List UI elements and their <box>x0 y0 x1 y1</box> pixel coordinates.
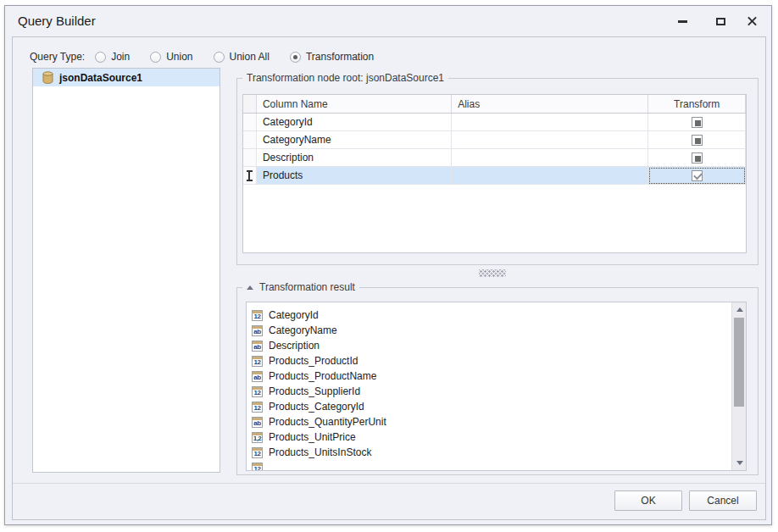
table-row[interactable]: Description <box>243 149 746 167</box>
radio-join[interactable]: Join <box>95 51 130 63</box>
grid-header-indicator <box>243 95 257 113</box>
list-item[interactable]: 12 CategoryId <box>247 308 731 323</box>
footer-separator <box>13 483 765 484</box>
datasource-tree[interactable]: jsonDataSource1 <box>32 68 220 473</box>
column-name-cell[interactable]: CategoryId <box>257 114 452 131</box>
list-item[interactable]: ab Products_QuantityPerUnit <box>247 414 731 429</box>
radio-union-all-label: Union All <box>230 51 270 63</box>
transform-checkbox-checked[interactable] <box>692 170 703 181</box>
integer-field-icon: 12 <box>252 402 263 413</box>
list-item[interactable]: 12 Products_SupplierId <box>247 384 731 399</box>
string-field-icon: ab <box>252 341 263 352</box>
transform-grid[interactable]: Column Name Alias Transform CategoryId C… <box>242 94 747 253</box>
query-type-label: Query Type: <box>30 51 85 63</box>
minimize-button[interactable] <box>670 12 695 30</box>
query-builder-dialog: Query Builder Query Type: Join Union Uni… <box>4 5 772 525</box>
radio-icon[interactable] <box>95 52 106 63</box>
field-label: CategoryName <box>269 324 337 336</box>
query-type-row: Query Type: Join Union Union All Transfo… <box>30 49 394 64</box>
panel-splitter[interactable] <box>475 268 509 278</box>
transform-cell[interactable] <box>648 149 746 167</box>
chevron-down-icon <box>736 461 743 465</box>
list-item[interactable]: 12 Products_UnitsInStock <box>247 445 731 460</box>
alias-cell[interactable] <box>452 167 648 185</box>
field-label: Products_QuantityPerUnit <box>269 416 386 428</box>
group2-title: Transformation result <box>259 281 355 293</box>
string-field-icon: ab <box>252 325 263 336</box>
list-item[interactable]: 12 Products_ProductId <box>247 353 731 369</box>
list-item[interactable]: 1,2 Products_UnitPrice <box>247 429 731 445</box>
grid-header-row: Column Name Alias Transform <box>243 95 746 114</box>
field-label: CategoryId <box>269 309 319 321</box>
radio-join-label: Join <box>111 51 130 63</box>
scrollbar-thumb[interactable] <box>734 318 744 407</box>
grid-header-alias[interactable]: Alias <box>452 95 648 113</box>
chevron-up-icon <box>736 308 743 312</box>
row-indicator <box>243 114 257 131</box>
transform-cell[interactable] <box>648 131 746 149</box>
transform-checkbox-indeterminate[interactable] <box>692 117 703 128</box>
table-row-selected[interactable]: Products <box>243 167 746 185</box>
alias-cell[interactable] <box>452 131 648 149</box>
transformation-node-group: Transformation node root: jsonDataSource… <box>236 78 759 265</box>
tree-item-jsondatasource1[interactable]: jsonDataSource1 <box>33 69 220 86</box>
list-item[interactable]: ab Description <box>247 338 731 353</box>
integer-field-icon: 12 <box>252 447 263 458</box>
collapse-icon[interactable] <box>247 285 253 290</box>
radio-union-label: Union <box>166 51 192 63</box>
grid-header-column-name[interactable]: Column Name <box>257 95 452 113</box>
result-field-list-viewport: 12 CategoryId ab CategoryName ab Descrip… <box>247 302 731 470</box>
radio-union[interactable]: Union <box>150 51 192 63</box>
transform-checkbox-indeterminate[interactable] <box>692 152 703 163</box>
radio-transformation[interactable]: Transformation <box>290 51 374 63</box>
grid-header-transform[interactable]: Transform <box>648 95 746 113</box>
radio-icon[interactable] <box>214 52 225 63</box>
list-item[interactable]: 12 Products_CategoryId <box>247 399 731 414</box>
group-caption: Transformation node root: jsonDataSource… <box>242 72 448 84</box>
column-name-cell[interactable]: CategoryName <box>257 131 452 149</box>
alias-cell[interactable] <box>452 114 648 131</box>
maximize-button[interactable] <box>708 12 733 30</box>
row-indicator <box>243 149 257 167</box>
column-name-cell[interactable]: Products <box>257 167 452 185</box>
integer-field-icon: 12 <box>252 356 263 367</box>
cancel-button[interactable]: Cancel <box>689 490 757 511</box>
tree-item-label: jsonDataSource1 <box>59 72 142 84</box>
window-title: Query Builder <box>18 6 96 36</box>
integer-field-icon: 12 <box>252 463 263 471</box>
database-icon <box>42 71 53 84</box>
row-indicator <box>243 167 257 185</box>
alias-cell[interactable] <box>452 149 648 167</box>
close-button[interactable] <box>739 12 764 30</box>
column-name-cell[interactable]: Description <box>257 149 452 167</box>
vertical-scrollbar[interactable] <box>731 302 746 470</box>
field-label: Products_ProductId <box>269 355 358 367</box>
splitter-grip-icon <box>479 269 506 277</box>
integer-field-icon: 12 <box>252 386 263 397</box>
string-field-icon: ab <box>252 371 263 382</box>
list-item[interactable]: ab CategoryName <box>247 323 731 338</box>
group1-title: Transformation node root: jsonDataSource… <box>247 72 444 84</box>
table-row[interactable]: CategoryId <box>243 114 746 131</box>
decimal-field-icon: 1,2 <box>252 432 263 443</box>
transform-checkbox-indeterminate[interactable] <box>692 135 703 146</box>
field-label: Products_CategoryId <box>269 401 364 413</box>
field-label: Description <box>269 340 320 352</box>
group-caption: Transformation result <box>242 281 359 293</box>
list-item-partial[interactable]: 12 <box>247 460 731 470</box>
transform-cell-focused[interactable] <box>648 167 746 185</box>
transform-cell[interactable] <box>648 114 746 131</box>
close-icon <box>747 16 758 27</box>
radio-selected-icon[interactable] <box>290 52 301 63</box>
scroll-up-button[interactable] <box>732 302 747 317</box>
list-item[interactable]: ab Products_ProductName <box>247 369 731 384</box>
title-bar[interactable]: Query Builder <box>5 6 771 36</box>
radio-icon[interactable] <box>150 52 161 63</box>
field-label: Products_UnitPrice <box>269 431 356 443</box>
scroll-down-button[interactable] <box>732 456 747 470</box>
table-row[interactable]: CategoryName <box>243 131 746 149</box>
ok-button[interactable]: OK <box>614 490 682 511</box>
transformation-result-group: Transformation result 12 CategoryId ab C… <box>236 287 759 475</box>
radio-union-all[interactable]: Union All <box>214 51 270 63</box>
result-field-list[interactable]: 12 CategoryId ab CategoryName ab Descrip… <box>246 302 747 471</box>
